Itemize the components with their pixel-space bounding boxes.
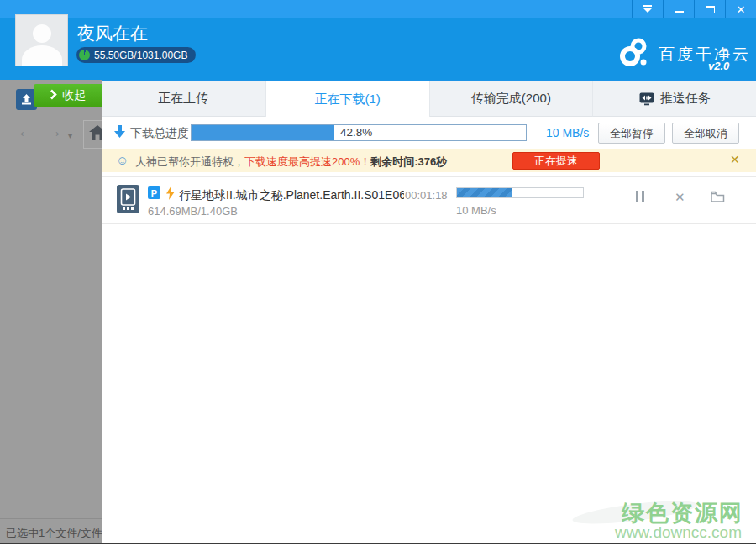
- transfer-tabbar: 正在上传 正在下载(1) 传输完成(200) 推送任务: [102, 80, 756, 117]
- file-size-progress: 614.69MB/1.40GB: [148, 205, 238, 218]
- tab-completed[interactable]: 传输完成(200): [430, 81, 594, 117]
- avatar-silhouette: [33, 24, 51, 43]
- cancel-all-button[interactable]: 全部取消: [672, 123, 739, 144]
- overall-progress-percent: 42.8%: [340, 126, 372, 139]
- video-file-icon: [117, 185, 139, 217]
- speed-boost-banner: ☺ 大神已帮你开通特权，下载速度最高提速200%！剩余时间:376秒 正在提速 …: [102, 149, 756, 172]
- brand-name: 百度干净云: [659, 44, 751, 66]
- close-button[interactable]: ✕: [725, 0, 756, 18]
- download-arrow-icon: [114, 125, 125, 141]
- quota-text: 55.50GB/1031.00GB: [94, 50, 187, 61]
- storage-quota-pill: 55.50GB/1031.00GB: [76, 47, 196, 63]
- baidu-cloud-icon: [620, 37, 652, 71]
- dimmed-background-sidebar: 收起 ← → ▾ 已选中1个文件/文件: [0, 80, 102, 543]
- overall-progress-fill: [192, 125, 334, 140]
- app-header: ✕ 夜风在在 55.50GB/1031.00GB 百度干净云 v2.0: [0, 0, 756, 80]
- overall-progress-label: 下载总进度: [130, 126, 189, 141]
- smiley-icon: ☺: [116, 153, 129, 168]
- elapsed-time: 00:01:18: [405, 189, 448, 202]
- overall-progress-row: 下载总进度 42.8% 10 MB/s 全部暂停 全部取消: [102, 117, 756, 149]
- open-folder-button[interactable]: [711, 191, 725, 206]
- push-task-icon: [639, 92, 654, 106]
- lightning-icon: [165, 186, 176, 203]
- cancel-item-button[interactable]: ✕: [675, 192, 685, 202]
- home-button[interactable]: [83, 120, 102, 149]
- item-progress-fill: [457, 188, 512, 197]
- tab-push-task[interactable]: 推送任务: [593, 81, 756, 117]
- banner-close-icon[interactable]: ✕: [730, 153, 740, 166]
- pause-all-button[interactable]: 全部暂停: [598, 123, 665, 144]
- forward-arrow-icon[interactable]: →: [45, 122, 63, 140]
- chevron-right-icon: [50, 88, 57, 103]
- collapse-window-button[interactable]: [632, 0, 663, 18]
- p2p-badge: P: [148, 186, 160, 199]
- minimize-icon: [675, 11, 684, 13]
- pause-item-button[interactable]: [636, 191, 644, 202]
- overall-speed: 10 MB/s: [546, 126, 589, 139]
- close-icon: ✕: [737, 4, 746, 15]
- item-progress-bar: [456, 187, 584, 198]
- file-name: 行星地球II.城市之秘.Planet.Earth.II.S01E06.C...: [179, 188, 404, 203]
- folder-icon: [711, 191, 725, 206]
- collapse-panel-button[interactable]: 收起: [34, 84, 102, 107]
- collapse-window-icon: [643, 2, 653, 17]
- title-bar: ✕: [0, 0, 756, 18]
- download-item-row[interactable]: P 行星地球II.城市之秘.Planet.Earth.II.S01E06.C..…: [102, 176, 756, 224]
- maximize-icon: [706, 6, 715, 13]
- item-speed: 10 MB/s: [456, 204, 496, 217]
- home-icon: [89, 125, 102, 144]
- username: 夜风在在: [77, 22, 148, 45]
- boosting-button[interactable]: 正在提速: [512, 152, 600, 170]
- quota-usage-icon: [79, 50, 90, 60]
- history-caret-icon[interactable]: ▾: [68, 131, 72, 140]
- brand-logo: 百度干净云: [620, 37, 751, 71]
- brand-version: v2.0: [708, 60, 729, 72]
- window-bottom-border: [0, 543, 756, 544]
- minimize-button[interactable]: [663, 0, 694, 18]
- collapse-label: 收起: [62, 88, 86, 103]
- maximize-button[interactable]: [694, 0, 725, 18]
- promo-time-remaining: 剩余时间:376秒: [370, 155, 447, 168]
- selection-status-text: 已选中1个文件/文件: [0, 518, 102, 541]
- cancel-icon: ✕: [675, 192, 685, 202]
- promo-text-intro: 大神已帮你开通特权，: [135, 155, 244, 168]
- watermark-url: www.downcc.com: [615, 523, 742, 542]
- promo-text-highlight: 下载速度最高提速200%！: [244, 155, 370, 168]
- avatar[interactable]: [15, 14, 68, 66]
- back-arrow-icon[interactable]: ←: [17, 122, 35, 140]
- tab-uploading[interactable]: 正在上传: [102, 81, 265, 117]
- tab-downloading[interactable]: 正在下载(1): [265, 81, 430, 117]
- transfer-panel: 正在上传 正在下载(1) 传输完成(200) 推送任务 下载总进度 42.8% …: [102, 80, 756, 543]
- pause-icon: [636, 191, 644, 202]
